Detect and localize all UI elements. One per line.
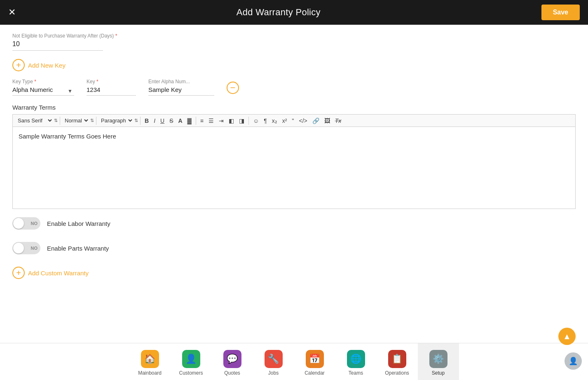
- nav-quotes-label: Quotes: [224, 370, 240, 376]
- subscript-button[interactable]: x₂: [270, 117, 279, 125]
- main-content: Not Eligible to Purchase Warranty After …: [0, 25, 588, 343]
- toolbar-divider-2: [96, 117, 96, 125]
- add-custom-warranty-row: + Add Custom Warranty: [12, 267, 576, 279]
- nav-mainboard-label: Mainboard: [138, 370, 162, 376]
- nav-operations-label: Operations: [385, 370, 409, 376]
- toolbar-divider-4: [196, 117, 196, 125]
- enable-parts-label: Enable Parts Warranty: [47, 245, 109, 252]
- nav-setup-label: Setup: [432, 370, 445, 376]
- align-left-button[interactable]: ◧: [227, 117, 236, 125]
- add-custom-warranty-label[interactable]: Add Custom Warranty: [28, 270, 89, 277]
- blockquote-button[interactable]: ": [290, 117, 296, 125]
- image-button[interactable]: 🖼: [322, 117, 332, 125]
- close-button[interactable]: ✕: [8, 8, 16, 17]
- sample-key-input[interactable]: [148, 86, 214, 96]
- key-input[interactable]: [87, 86, 136, 96]
- add-custom-warranty-button[interactable]: +: [12, 267, 25, 279]
- toolbar-divider-5: [248, 117, 249, 125]
- remove-key-button[interactable]: −: [227, 82, 239, 94]
- ordered-list-button[interactable]: ≡: [198, 117, 206, 125]
- link-button[interactable]: 🔗: [310, 117, 321, 125]
- paragraph-arrows-icon: ⇅: [134, 118, 138, 123]
- editor-toolbar: Sans Serif Serif Monospace ⇅ Normal Smal…: [12, 114, 576, 127]
- quotes-icon: 💬: [223, 350, 241, 368]
- toggle-knob-labor: [13, 218, 24, 229]
- days-field: Not Eligible to Purchase Warranty After …: [12, 33, 576, 51]
- italic-button[interactable]: I: [152, 117, 157, 125]
- setup-icon: ⚙️: [429, 350, 447, 368]
- nav-calendar-label: Calendar: [305, 370, 325, 376]
- enable-labor-label: Enable Labor Warranty: [47, 220, 110, 227]
- editor-content: Sample Warranty Terms Goes Here: [19, 133, 116, 140]
- font-size-arrows-icon: ⇅: [90, 118, 94, 123]
- nav-teams-label: Teams: [349, 370, 363, 376]
- key-row: Key Type * Alpha Numeric Numeric Alpha ▼…: [12, 79, 576, 96]
- toggle-knob-parts: [13, 243, 24, 253]
- toggle-track-labor: NO: [12, 217, 40, 230]
- enable-labor-toggle-row: NO Enable Labor Warranty: [12, 217, 576, 230]
- nav-setup[interactable]: ⚙️ Setup: [418, 343, 459, 380]
- teams-icon: 🌐: [347, 350, 365, 368]
- add-new-key-row: + Add New Key: [12, 59, 576, 71]
- customers-icon: 👤: [182, 350, 200, 368]
- underline-button[interactable]: U: [158, 117, 166, 125]
- toggle-no-labor: NO: [31, 221, 38, 226]
- nav-mainboard[interactable]: 🏠 Mainboard: [129, 343, 171, 380]
- jobs-icon: 🔧: [265, 350, 283, 368]
- nav-customers-label: Customers: [179, 370, 203, 376]
- enable-labor-toggle[interactable]: NO: [12, 217, 40, 230]
- nav-teams[interactable]: 🌐 Teams: [335, 343, 377, 380]
- align-right-button[interactable]: ◨: [237, 117, 246, 125]
- font-size-select[interactable]: Normal Small Large: [62, 116, 89, 125]
- unordered-list-button[interactable]: ☰: [206, 117, 216, 125]
- calendar-icon: 📅: [306, 350, 324, 368]
- toggle-no-parts: NO: [31, 246, 38, 251]
- warranty-terms-editor[interactable]: Sample Warranty Terms Goes Here: [12, 127, 576, 209]
- mainboard-icon: 🏠: [141, 350, 159, 368]
- strikethrough-button[interactable]: S: [167, 117, 175, 125]
- bold-button[interactable]: B: [143, 117, 151, 125]
- warranty-terms-section: Warranty Terms Sans Serif Serif Monospac…: [12, 104, 576, 209]
- scroll-to-top-button[interactable]: ▲: [558, 328, 576, 345]
- days-label: Not Eligible to Purchase Warranty After …: [12, 33, 576, 39]
- key-type-label: Key Type *: [12, 79, 74, 84]
- operations-icon: 📋: [388, 350, 406, 368]
- paragraph-select[interactable]: Paragraph Heading 1 Heading 2: [98, 116, 134, 125]
- header: ✕ Add Warranty Policy Save: [0, 0, 588, 25]
- nav-jobs-label: Jobs: [268, 370, 279, 376]
- key-value-field: Key *: [87, 79, 136, 96]
- clear-format-button[interactable]: Tx: [333, 117, 344, 125]
- warranty-terms-label: Warranty Terms: [12, 104, 576, 111]
- font-name-select[interactable]: Sans Serif Serif Monospace: [15, 116, 53, 125]
- nav-customers[interactable]: 👤 Customers: [171, 343, 212, 380]
- key-type-select[interactable]: Alpha Numeric Numeric Alpha: [12, 86, 74, 96]
- superscript-button[interactable]: x²: [280, 117, 289, 125]
- indent-button[interactable]: ⇥: [217, 117, 226, 125]
- toggle-track-parts: NO: [12, 242, 40, 254]
- emoji-button[interactable]: ☺: [251, 117, 261, 125]
- save-button[interactable]: Save: [541, 5, 580, 20]
- days-value[interactable]: 10: [12, 40, 103, 51]
- nav-calendar[interactable]: 📅 Calendar: [294, 343, 335, 380]
- sample-key-field: Enter Alpha Num...: [148, 79, 214, 96]
- enable-parts-toggle-row: NO Enable Parts Warranty: [12, 242, 576, 254]
- nav-jobs[interactable]: 🔧 Jobs: [253, 343, 294, 380]
- nav-quotes[interactable]: 💬 Quotes: [212, 343, 253, 380]
- sample-key-label: Enter Alpha Num...: [148, 79, 214, 84]
- bottom-navigation: 🏠 Mainboard 👤 Customers 💬 Quotes 🔧 Jobs …: [0, 343, 588, 380]
- add-new-key-label[interactable]: Add New Key: [28, 62, 66, 69]
- page-title: Add Warranty Policy: [237, 7, 321, 18]
- enable-parts-toggle[interactable]: NO: [12, 242, 40, 254]
- key-type-select-wrapper: Alpha Numeric Numeric Alpha ▼: [12, 86, 74, 96]
- add-new-key-button[interactable]: +: [12, 59, 25, 71]
- paragraph-mark-button[interactable]: ¶: [262, 117, 269, 125]
- toolbar-divider-1: [60, 117, 60, 125]
- key-label: Key *: [87, 79, 136, 84]
- highlight-button[interactable]: ▓: [185, 117, 194, 125]
- code-button[interactable]: </>: [297, 117, 309, 125]
- avatar[interactable]: 👤: [565, 352, 582, 370]
- key-type-field: Key Type * Alpha Numeric Numeric Alpha ▼: [12, 79, 74, 96]
- font-color-button[interactable]: A: [176, 117, 184, 125]
- font-name-arrows-icon: ⇅: [54, 118, 58, 123]
- nav-operations[interactable]: 📋 Operations: [377, 343, 418, 380]
